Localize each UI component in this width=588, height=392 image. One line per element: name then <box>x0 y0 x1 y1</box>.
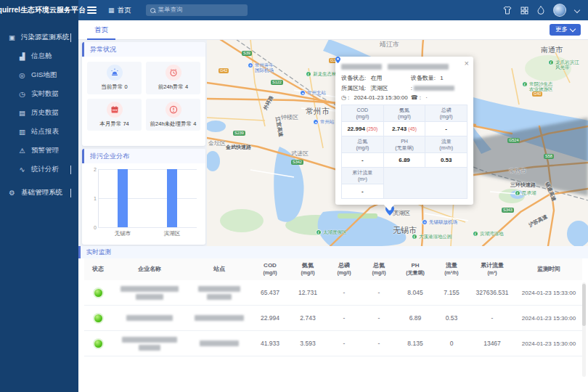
train-icon: ● <box>300 90 306 96</box>
enterprise-distribution-panel: 排污企业分布 210无锡市滨湖区 <box>82 149 205 245</box>
map-poi-label: 大溪港湿地公园 <box>419 234 452 239</box>
sidebar-item-statistics[interactable]: ∿ 统计分析 <box>0 160 78 179</box>
sidebar-item-history-data[interactable]: ▤ 历史数据 <box>0 103 78 122</box>
address-field: : <box>411 84 467 92</box>
map-poi: ❨常阴沙生态农业旅游区 <box>522 81 553 91</box>
scrollbar-thumb[interactable] <box>582 284 586 326</box>
search-icon <box>150 8 155 13</box>
chart-gridline <box>98 169 197 170</box>
breadcrumb-label: 首页 <box>118 6 131 15</box>
realtime-data-icon: ◷ <box>17 90 27 98</box>
map-poi-label: 常州奔牛国际机场 <box>255 62 274 73</box>
map-road-label: 三环快速路 <box>510 181 536 189</box>
park-icon: ❨ <box>473 231 478 237</box>
road-number-badge: S58 <box>544 154 554 159</box>
device-status-field: 设备状态: 在用 <box>341 74 411 82</box>
tab-bar: 首页 更多 <box>78 20 588 40</box>
breadcrumb-home[interactable]: ▦ 首页 <box>108 6 131 15</box>
tab-home[interactable]: 首页 <box>87 20 115 40</box>
stat-card-current-abnormal[interactable]: 当前异常 0 <box>87 62 142 94</box>
sidebar-item-station-report[interactable]: ▥ 站点报表 <box>0 122 78 141</box>
park-icon: ❨ <box>515 190 520 196</box>
device-count-field: 设备数量: 1 <box>411 74 467 82</box>
abnormal-status-panel: 异常状况 当前异常 0 前24h异常 4 本月异常 74 <box>82 42 205 146</box>
gis-map-icon: ◎ <box>17 71 27 79</box>
table-header-row: 状态 企业名称 站点 COD(mg/l) 氨氮(mg/l) 总磷(mg/l) 总… <box>84 258 582 280</box>
map-city-label: 常州市 <box>306 106 330 117</box>
sidebar-item-info-hub[interactable]: ▟ 信息舱 <box>0 46 78 65</box>
map-city-label: 常熟市 <box>509 167 526 175</box>
station-report-icon: ▥ <box>17 128 27 136</box>
enterprise-name-redacted <box>112 286 187 300</box>
table-row[interactable]: 65.437 12.731 - - 8.045 7.155 327636.531… <box>84 280 582 306</box>
sidebar-item-realtime-data[interactable]: ◷ 实时数据 <box>0 84 78 103</box>
station-name-redacted <box>187 340 251 346</box>
status-dot-online <box>94 340 102 348</box>
map-poi-label: 无锡硕放机场 <box>429 219 457 224</box>
map-poi-label: 太湖度假区 <box>323 229 347 234</box>
map-city-label: 南通市 <box>541 45 563 55</box>
popup-close-icon[interactable]: × <box>465 59 469 68</box>
park-icon: ❨ <box>306 71 311 77</box>
chart-xlabel: 滨湖区 <box>164 230 181 237</box>
stat-card-unhandled-abnormal[interactable]: 前24h未处理异常 4 <box>146 99 200 131</box>
stat-card-month-abnormal[interactable]: 本月异常 74 <box>87 99 142 131</box>
user-caret-down-icon[interactable] <box>574 7 580 13</box>
monitor-system-icon: ▣ <box>7 33 17 41</box>
table-row[interactable]: 41.933 3.593 - - 8.135 0 13467 2024-01-2… <box>84 331 582 356</box>
table-scrollbar <box>582 282 586 377</box>
theme-skin-icon[interactable] <box>503 6 512 15</box>
map-poi: ✈无锡硕放机场 <box>422 219 457 225</box>
chevron-down-icon <box>70 189 71 197</box>
sidebar-item-pollution-system[interactable]: ▣ 污染源监测系统 <box>0 28 78 46</box>
sidebar-item-alert-management[interactable]: ⚠ 预警管理 <box>0 141 78 160</box>
marker-district-label: 滨湖区 <box>393 209 410 217</box>
map-poi: ●常州北站 <box>300 90 326 96</box>
chart-ytick: 1 <box>88 196 97 201</box>
map-city-label: 武进区 <box>291 150 309 158</box>
layout-grid-icon[interactable] <box>520 7 528 15</box>
popup-metrics-grid: COD(mg/l) 氨氮(mg/l) 总磷(mg/l) 22.994 (250)… <box>341 105 467 199</box>
more-button[interactable]: 更多 <box>550 24 581 36</box>
airport-icon: ✈ <box>422 219 428 225</box>
phone-field: ☎: · <box>411 94 467 101</box>
table-row[interactable]: 22.994 2.743 - - 6.89 0.53 - 2024-01-23 … <box>84 306 582 331</box>
time-field: ◷: 2024-01-23 15:30:00 <box>341 94 411 101</box>
flame-icon[interactable] <box>537 6 544 15</box>
road-number-badge: S122 <box>271 80 283 85</box>
user-avatar[interactable] <box>553 4 566 17</box>
menu-search-input[interactable]: 菜单查询 <box>146 4 248 16</box>
chart-bar-无锡市 <box>118 169 128 227</box>
clock-icon: ◷ <box>341 94 346 101</box>
alert-manage-icon: ⚠ <box>17 147 27 155</box>
status-dot-online <box>94 314 102 322</box>
chart-gridline <box>98 198 197 199</box>
hamburger-menu-icon[interactable] <box>87 7 97 14</box>
sidebar-item-base-system[interactable]: ⚙ 基础管理系统 <box>0 183 78 202</box>
stat-value: 0 <box>124 83 127 90</box>
search-placeholder: 菜单查询 <box>158 6 183 15</box>
map-poi: ✈常州奔牛国际机场 <box>248 62 274 73</box>
station-info-popup: × 设备状态: 在用 设备数量: 1 所属区域: 滨湖区 : ◷: 2024-0… <box>335 57 473 205</box>
map[interactable]: 靖江市南通市常州市钟楼区武进区金坛区无锡市常熟市金武快速路三环快速路外环路江宜高… <box>207 39 588 246</box>
map-poi: ❨昆承湖 <box>515 190 536 196</box>
map-poi-label: 新龙生态林 <box>313 71 337 76</box>
sidebar-item-gis-map[interactable]: ◎ GIS地图 <box>0 65 78 84</box>
map-poi-label: 昆承湖 <box>522 190 536 195</box>
map-city-label: 金坛区 <box>208 139 226 147</box>
station-name-redacted <box>187 286 251 300</box>
map-poi: ❨贡湖湾湿地 <box>473 231 504 237</box>
map-poi-label: 常州北站 <box>307 90 326 95</box>
map-road-label: 金武快速路 <box>226 144 251 151</box>
chevron-down-icon <box>70 166 71 174</box>
road-number-badge: G524 <box>507 138 520 143</box>
station-name-redacted <box>187 315 251 321</box>
chart-bar-滨湖区 <box>167 169 177 227</box>
sidebar: ▣ 污染源监测系统 ▟ 信息舱 ◎ GIS地图 ◷ 实时数据 ▤ 历史数据 ▥ … <box>0 20 78 392</box>
top-header: Squirrel生态环境云服务平台 ▦ 首页 菜单查询 <box>0 0 588 20</box>
map-city-label: 靖江市 <box>380 40 399 49</box>
stat-value: 4 <box>193 121 196 127</box>
stat-card-24h-abnormal[interactable]: 前24h异常 4 <box>146 62 200 94</box>
map-poi: ❨龙爪岩滨江风光带 <box>548 60 579 70</box>
warning-circle-icon <box>166 102 181 118</box>
